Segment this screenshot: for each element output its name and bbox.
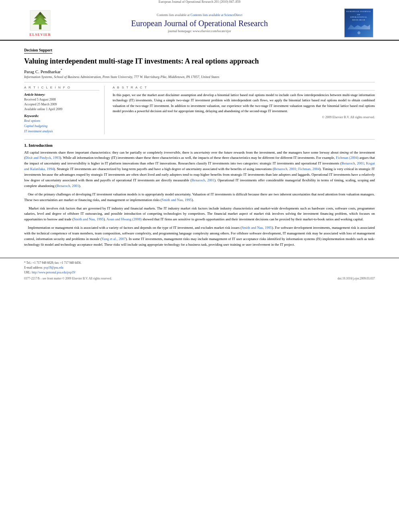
accepted-text: Accepted 25 March 2009 xyxy=(24,102,99,107)
keywords-label: Keywords: xyxy=(24,114,99,118)
available-text: Available online 1 April 2009 xyxy=(24,107,99,112)
page: European Journal of Operational Research… xyxy=(0,0,399,532)
contents-line: Contents lists available at Contents lis… xyxy=(60,13,339,17)
factors-word: factors xyxy=(123,226,133,230)
intro-para-1: All capital investments share three impo… xyxy=(24,150,375,189)
footnote-url: URL: http://www.personal.psu.edu/pxp19/ xyxy=(24,270,375,275)
content-area: Decision Support Valuing interdependent … xyxy=(0,41,399,254)
paper-title: Valuing interdependent multi-stage IT in… xyxy=(24,57,375,66)
journal-title-block: Contents lists available at Contents lis… xyxy=(56,13,343,33)
elsevier-tree-icon xyxy=(28,10,52,32)
footnote-email: E-mail address: pxp19@psu.edu xyxy=(24,265,375,270)
svg-point-5 xyxy=(39,12,41,15)
ejor-logo-text4: RESEARCH xyxy=(352,19,365,22)
keywords-list: Real options Capital budgeting IT invest… xyxy=(24,119,99,134)
section-1-heading: 1. Introduction xyxy=(24,143,375,148)
footnote-tel: * Tel.: +1 717 948 6028; fax: +1 717 948… xyxy=(24,261,375,265)
ejor-decorative xyxy=(347,23,371,29)
keyword-3: IT investment analysis xyxy=(24,129,99,134)
journal-main-title: European Journal of Operational Research xyxy=(60,18,339,28)
keyword-1: Real options xyxy=(24,119,99,124)
ejor-logo-text1: EUROPEAN JOURNAL xyxy=(346,10,371,13)
received-text: Received 5 August 2008 xyxy=(24,97,99,102)
copyright-line: © 2009 Elsevier B.V. All rights reserved… xyxy=(113,115,375,119)
footer-doi: doi:10.1016/j.ejor.2009.03.037 xyxy=(337,277,375,280)
category-section: Decision Support xyxy=(24,48,375,55)
author-name: Parag C. Pendharkar* xyxy=(24,68,375,74)
elsevier-label: ELSEVIER xyxy=(29,33,51,37)
elsevier-logo: ELSEVIER xyxy=(24,10,56,37)
sciencedirect-link[interactable]: Contents lists available at ScienceDirec… xyxy=(191,13,243,17)
author-affiliation: Information Systems, School of Business … xyxy=(24,75,375,79)
intro-para-4: Implementation or management risk is ass… xyxy=(24,225,375,248)
article-info-label: A R T I C L E I N F O xyxy=(24,86,99,90)
footer-issn: 0377-2217/$ – see front matter © 2009 El… xyxy=(24,277,112,280)
intro-para-2: One of the primary challenges of develop… xyxy=(24,192,375,203)
history-label: Article history: xyxy=(24,92,99,97)
header-inner: ELSEVIER Contents lists available at Con… xyxy=(24,8,375,40)
journal-meta-top: European Journal of Operational Research… xyxy=(0,0,399,4)
abstract-text: In this paper, we use the market asset d… xyxy=(113,92,375,114)
category-label: Decision Support xyxy=(24,48,52,53)
url-link[interactable]: http://www.personal.psu.edu/pxp19/ xyxy=(32,271,76,274)
abstract-col: A B S T R A C T In this paper, we use th… xyxy=(113,86,375,134)
intro-para-3: Market risk involves risk factors that a… xyxy=(24,206,375,223)
body-content: 1. Introduction All capital investments … xyxy=(24,143,375,248)
svg-rect-1 xyxy=(39,24,41,29)
separator-2 xyxy=(24,139,375,140)
footer-bottom: 0377-2217/$ – see front matter © 2009 El… xyxy=(24,277,375,280)
article-info-col: A R T I C L E I N F O Article history: R… xyxy=(24,86,105,134)
journal-header: ELSEVIER Contents lists available at Con… xyxy=(0,5,399,41)
ejor-logo: EUROPEAN JOURNAL OF OPERATIONAL RESEARCH… xyxy=(343,8,375,37)
journal-ref: European Journal of Operational Research… xyxy=(158,0,240,4)
separator-1 xyxy=(24,82,375,82)
two-col-section: A R T I C L E I N F O Article history: R… xyxy=(24,86,375,134)
abstract-label: A B S T R A C T xyxy=(113,86,375,90)
keyword-2: Capital budgeting xyxy=(24,124,99,129)
email-link[interactable]: pxp19@psu.edu xyxy=(44,266,64,269)
ejor-logo-box: EUROPEAN JOURNAL OF OPERATIONAL RESEARCH… xyxy=(344,8,373,37)
footer-area: * Tel.: +1 717 948 6028; fax: +1 717 948… xyxy=(0,258,399,282)
ejor-globe-icon: ⊕ xyxy=(357,30,360,35)
journal-homepage: journal homepage: www.elsevier.com/locat… xyxy=(60,29,339,33)
